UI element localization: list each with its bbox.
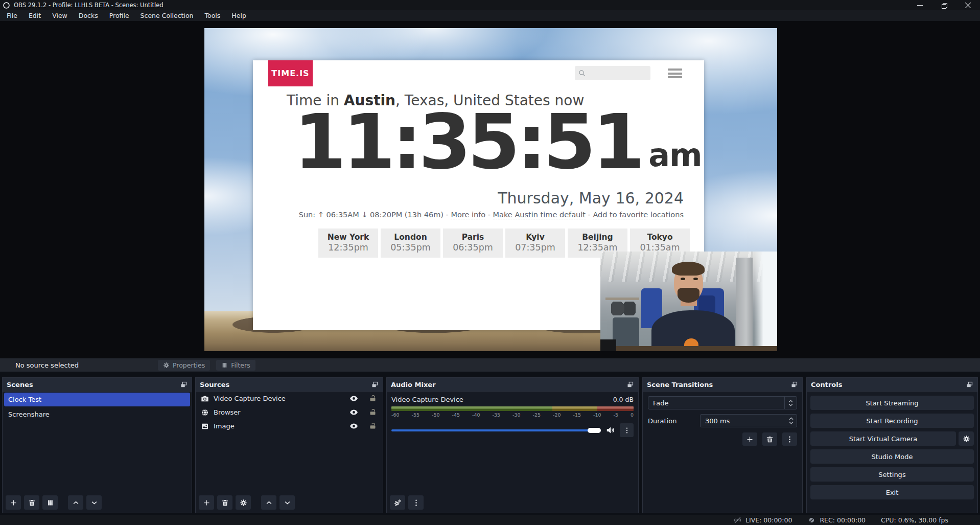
- start-streaming-button[interactable]: Start Streaming: [810, 396, 974, 410]
- window-title: OBS 29.1.2 - Profile: LLHLS BETA - Scene…: [14, 2, 164, 9]
- remove-source-button[interactable]: [217, 495, 232, 510]
- menu-profile[interactable]: Profile: [104, 10, 135, 21]
- virtual-camera-settings-button[interactable]: [959, 431, 974, 446]
- obs-window: OBS 29.1.2 - Profile: LLHLS BETA - Scene…: [0, 0, 980, 525]
- rec-status: REC: 00:00:00: [807, 516, 866, 524]
- move-source-down-button[interactable]: [279, 495, 295, 510]
- preview-area[interactable]: TIME.IS Time in Austin, Texas, United St…: [0, 21, 980, 358]
- world-time-tile: London05:35pm: [381, 229, 440, 258]
- current-date: Thursday, May 16, 2024: [498, 189, 684, 207]
- studio-mode-button[interactable]: Studio Mode: [810, 449, 974, 464]
- dock-popout-icon[interactable]: [790, 381, 798, 389]
- dock-popout-icon[interactable]: [180, 381, 188, 389]
- meter-scale: -60-55-50-45-40-35-30-25-20-15-10-50: [391, 412, 634, 418]
- minimize-button[interactable]: [908, 0, 932, 10]
- scene-item-clock-test[interactable]: Clock Test: [4, 393, 190, 406]
- timeis-logo: TIME.IS: [268, 60, 313, 86]
- clock-time: 11:35:51: [294, 107, 641, 177]
- program-canvas[interactable]: TIME.IS Time in Austin, Texas, United St…: [204, 28, 777, 351]
- menu-tools[interactable]: Tools: [199, 10, 226, 21]
- chevron-down-icon: [90, 499, 98, 507]
- unlocked-padlock-icon[interactable]: [369, 408, 377, 416]
- webcam-person: [600, 252, 777, 351]
- dots-vertical-icon: [412, 499, 420, 507]
- world-time-tile: Kyiv07:35pm: [505, 229, 565, 258]
- menu-file[interactable]: File: [1, 10, 23, 21]
- more-info-link: More info: [451, 211, 485, 219]
- menu-edit[interactable]: Edit: [23, 10, 46, 21]
- start-virtual-camera-button[interactable]: Start Virtual Camera: [810, 431, 956, 446]
- window-controls: [908, 0, 980, 10]
- scene-transitions-panel-title: Scene Transitions: [647, 381, 713, 389]
- menu-scene-collection[interactable]: Scene Collection: [135, 10, 199, 21]
- eye-icon[interactable]: [349, 422, 358, 430]
- move-source-up-button[interactable]: [261, 495, 276, 510]
- mixer-options-button[interactable]: [620, 423, 634, 437]
- webcam-video-overlay: [600, 252, 777, 351]
- filters-button[interactable]: Filters: [216, 360, 255, 371]
- plus-icon: [746, 436, 754, 443]
- title-bar[interactable]: OBS 29.1.2 - Profile: LLHLS BETA - Scene…: [0, 0, 980, 10]
- gear-icon: [240, 499, 247, 507]
- sources-panel: Sources Video Capture Device Browser Ima…: [195, 377, 383, 513]
- dock-popout-icon[interactable]: [371, 381, 379, 389]
- search-input: [575, 66, 650, 80]
- hamburger-icon: [668, 69, 682, 78]
- menu-help[interactable]: Help: [226, 10, 252, 21]
- unlocked-padlock-icon[interactable]: [369, 395, 377, 402]
- dock-popout-icon[interactable]: [966, 381, 973, 389]
- source-row-browser[interactable]: Browser: [196, 405, 383, 419]
- remove-scene-button[interactable]: [24, 495, 39, 510]
- volume-slider-handle[interactable]: [588, 428, 601, 433]
- scene-filters-button[interactable]: [42, 495, 58, 510]
- add-transition-button[interactable]: [742, 432, 757, 446]
- sun-info-line: Sun: ↑ 06:35AM ↓ 08:20PM (13h 46m) - Mor…: [299, 211, 684, 219]
- source-properties-button[interactable]: [236, 495, 251, 510]
- controls-panel: Controls Start Streaming Start Recording…: [806, 377, 978, 513]
- menu-view[interactable]: View: [46, 10, 73, 21]
- make-default-link: Make Austin time default: [493, 211, 586, 219]
- eye-icon[interactable]: [349, 408, 358, 417]
- broadcast-off-icon: [733, 516, 742, 524]
- trash-icon: [28, 499, 36, 507]
- live-status: LIVE: 00:00:00: [733, 516, 792, 524]
- restore-button[interactable]: [932, 0, 956, 10]
- audio-mixer-panel: Audio Mixer Video Capture Device 0.0 dB …: [386, 377, 639, 513]
- transition-menu-button[interactable]: [782, 432, 797, 446]
- world-time-tile: New York12:35pm: [318, 229, 378, 258]
- mixer-menu-button[interactable]: [408, 495, 424, 510]
- advanced-audio-button[interactable]: [390, 495, 405, 510]
- move-scene-up-button[interactable]: [68, 495, 83, 510]
- scene-item-screenshare[interactable]: Screenshare: [4, 407, 190, 421]
- speaker-icon[interactable]: [605, 425, 615, 435]
- eye-icon[interactable]: [349, 394, 358, 403]
- sources-panel-title: Sources: [200, 381, 229, 389]
- menu-docks[interactable]: Docks: [73, 10, 104, 21]
- record-off-icon: [807, 516, 816, 524]
- source-row-video-capture[interactable]: Video Capture Device: [196, 392, 383, 405]
- volume-meter: [391, 406, 634, 411]
- source-row-image[interactable]: Image: [196, 419, 383, 433]
- gear-icon: [163, 362, 170, 369]
- settings-button[interactable]: Settings: [810, 467, 974, 482]
- properties-button[interactable]: Properties: [158, 360, 210, 371]
- add-scene-button[interactable]: [6, 495, 21, 510]
- start-recording-button[interactable]: Start Recording: [810, 414, 974, 428]
- exit-button[interactable]: Exit: [810, 485, 974, 499]
- unlocked-padlock-icon[interactable]: [369, 422, 377, 430]
- transition-select[interactable]: Fade: [648, 396, 797, 409]
- filter-stripes-icon: [46, 499, 54, 507]
- volume-slider[interactable]: [391, 429, 601, 431]
- dots-vertical-icon: [623, 427, 631, 434]
- add-source-button[interactable]: [199, 495, 214, 510]
- gears-icon: [394, 499, 402, 507]
- source-status-text: No source selected: [15, 361, 79, 369]
- duration-spinbox[interactable]: 300 ms: [700, 414, 797, 427]
- move-scene-down-button[interactable]: [86, 495, 102, 510]
- mixer-channel-name: Video Capture Device: [391, 396, 463, 403]
- audio-mixer-panel-title: Audio Mixer: [391, 381, 436, 389]
- remove-transition-button[interactable]: [762, 432, 777, 446]
- dock-popout-icon[interactable]: [626, 381, 634, 389]
- spinbox-arrows-icon[interactable]: [785, 417, 797, 424]
- close-button[interactable]: [956, 0, 980, 10]
